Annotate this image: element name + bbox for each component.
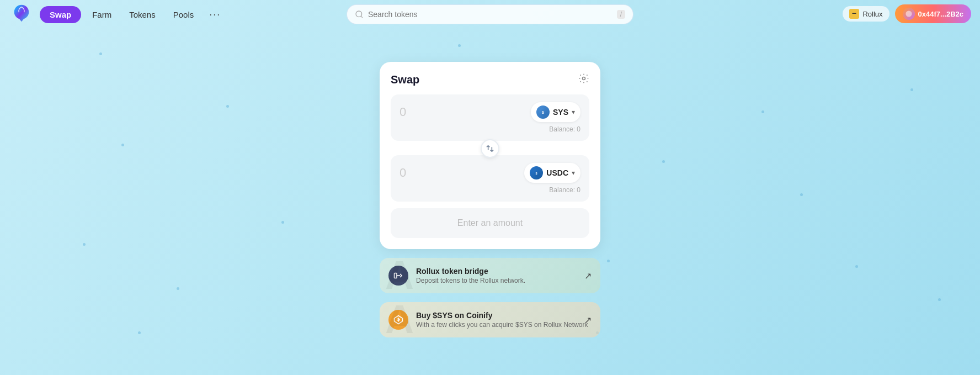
tokens-nav-button[interactable]: Tokens	[122, 6, 162, 23]
to-token-chevron-icon: ▾	[572, 169, 575, 177]
usdc-token-icon: $	[530, 166, 543, 179]
to-amount: 0	[400, 166, 406, 180]
search-icon	[355, 10, 364, 19]
wallet-avatar	[903, 8, 915, 20]
pools-nav-button[interactable]: Pools	[167, 6, 201, 23]
search-bar: /	[347, 4, 633, 24]
from-amount: 0	[400, 105, 406, 119]
bridge-info-card[interactable]: A Rollux token bridge Deposit tokens to …	[380, 258, 600, 293]
coinify-info-card[interactable]: A Buy $SYS on Coinify With a few clicks …	[380, 302, 600, 337]
coinify-card-text: Buy $SYS on Coinify With a few clicks yo…	[416, 311, 588, 329]
from-token-selector[interactable]: S SYS ▾	[531, 102, 580, 122]
to-token-selector[interactable]: $ USDC ▾	[524, 163, 580, 183]
bridge-card-text: Rollux token bridge Deposit tokens to th…	[416, 267, 525, 284]
from-balance: Balance: 0	[400, 125, 580, 133]
to-token-box: 0 $	[391, 155, 589, 202]
swap-nav-button[interactable]: Swap	[40, 6, 81, 23]
swap-divider	[391, 140, 589, 157]
svg-point-5	[583, 77, 585, 80]
swap-card-title: Swap	[391, 73, 419, 86]
network-icon	[849, 9, 859, 19]
coinify-card-arrow-icon: ↗	[584, 315, 592, 325]
svg-rect-10	[395, 273, 397, 278]
wallet-badge[interactable]: 0x44f7...2B2c	[895, 4, 971, 23]
farm-nav-button[interactable]: Farm	[86, 6, 118, 23]
bridge-card-title: Rollux token bridge	[416, 267, 525, 276]
bridge-card-arrow-icon: ↗	[584, 271, 592, 281]
swap-direction-button[interactable]	[481, 139, 499, 158]
enter-amount-button[interactable]: Enter an amount	[391, 208, 589, 238]
sys-token-icon: S	[536, 105, 550, 119]
bridge-icon	[388, 266, 408, 286]
svg-text:S: S	[542, 110, 545, 114]
bridge-card-description: Deposit tokens to the Rollux network.	[416, 277, 525, 284]
gear-icon	[578, 73, 589, 84]
network-label: Rollux	[862, 10, 882, 18]
navbar: Swap Farm Tokens Pools ··· / Rollux	[0, 0, 980, 29]
swap-arrows-icon	[486, 144, 494, 153]
svg-point-4	[906, 10, 912, 17]
svg-point-1	[356, 11, 362, 17]
swap-card-header: Swap	[391, 73, 589, 87]
search-input[interactable]	[368, 10, 612, 19]
logo	[11, 3, 35, 26]
more-nav-button[interactable]: ···	[205, 5, 225, 24]
nav-right: Rollux 0x44f7...2B2c	[843, 4, 971, 23]
to-balance: Balance: 0	[400, 186, 580, 194]
main-content: Swap 0 S	[0, 29, 980, 375]
settings-button[interactable]	[578, 73, 589, 87]
svg-rect-3	[853, 13, 856, 14]
from-token-chevron-icon: ▾	[572, 108, 575, 116]
from-token-name: SYS	[553, 108, 568, 117]
network-badge[interactable]: Rollux	[843, 6, 889, 22]
coinify-icon	[388, 310, 408, 330]
coinify-card-title: Buy $SYS on Coinify	[416, 311, 588, 320]
search-slash: /	[617, 10, 625, 19]
coinify-card-description: With a few clicks you can acquire $SYS o…	[416, 321, 588, 329]
from-token-box: 0 S	[391, 94, 589, 141]
to-token-name: USDC	[546, 168, 568, 177]
wallet-address: 0x44f7...2B2c	[918, 10, 963, 18]
swap-card: Swap 0 S	[380, 62, 600, 249]
